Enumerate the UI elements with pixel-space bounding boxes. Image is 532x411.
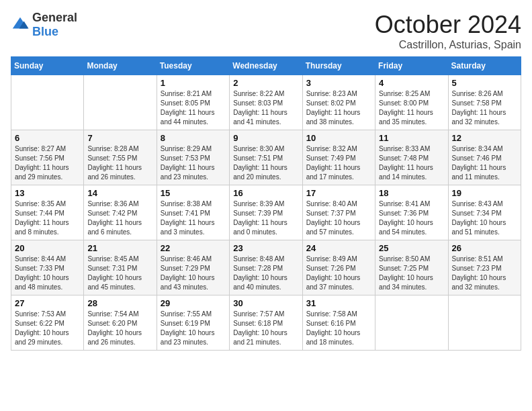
calendar-header: SundayMondayTuesdayWednesdayThursdayFrid… xyxy=(11,57,521,75)
day-info: Sunrise: 8:21 AMSunset: 8:05 PMDaylight:… xyxy=(161,89,226,127)
day-number: 11 xyxy=(379,133,444,143)
day-number: 5 xyxy=(452,78,517,88)
table-row: 7Sunrise: 8:28 AMSunset: 7:55 PMDaylight… xyxy=(84,130,157,185)
header-wednesday: Wednesday xyxy=(230,57,302,75)
table-row: 14Sunrise: 8:36 AMSunset: 7:42 PMDayligh… xyxy=(84,185,157,240)
day-number: 18 xyxy=(379,188,444,198)
table-row: 19Sunrise: 8:43 AMSunset: 7:34 PMDayligh… xyxy=(448,185,521,240)
day-number: 3 xyxy=(306,78,371,88)
day-number: 15 xyxy=(161,188,226,198)
header-friday: Friday xyxy=(375,57,448,75)
day-info: Sunrise: 8:40 AMSunset: 7:37 PMDaylight:… xyxy=(306,199,371,237)
table-row: 25Sunrise: 8:50 AMSunset: 7:25 PMDayligh… xyxy=(375,240,448,295)
week-row-1: 6Sunrise: 8:27 AMSunset: 7:56 PMDaylight… xyxy=(11,130,521,185)
day-number: 20 xyxy=(15,243,80,253)
day-number: 2 xyxy=(233,78,298,88)
day-number: 8 xyxy=(161,133,226,143)
table-row: 5Sunrise: 8:26 AMSunset: 7:58 PMDaylight… xyxy=(448,75,521,130)
table-row: 10Sunrise: 8:32 AMSunset: 7:49 PMDayligh… xyxy=(302,130,375,185)
day-number: 19 xyxy=(452,188,517,198)
day-info: Sunrise: 8:38 AMSunset: 7:41 PMDaylight:… xyxy=(161,199,226,237)
logo-blue: Blue xyxy=(32,25,58,38)
day-info: Sunrise: 8:48 AMSunset: 7:28 PMDaylight:… xyxy=(233,255,298,292)
logo-icon xyxy=(11,15,30,34)
day-number: 26 xyxy=(452,243,517,253)
table-row: 26Sunrise: 8:51 AMSunset: 7:23 PMDayligh… xyxy=(448,240,521,295)
table-row: 2Sunrise: 8:22 AMSunset: 8:03 PMDaylight… xyxy=(230,75,302,130)
day-number: 16 xyxy=(233,188,298,198)
day-number: 4 xyxy=(379,78,444,88)
day-info: Sunrise: 8:32 AMSunset: 7:49 PMDaylight:… xyxy=(306,144,371,182)
table-row xyxy=(448,295,521,351)
table-row: 27Sunrise: 7:53 AMSunset: 6:22 PMDayligh… xyxy=(11,295,84,351)
table-row: 31Sunrise: 7:58 AMSunset: 6:16 PMDayligh… xyxy=(302,295,375,351)
day-info: Sunrise: 8:39 AMSunset: 7:39 PMDaylight:… xyxy=(233,199,298,237)
day-number: 6 xyxy=(15,133,80,143)
week-row-4: 27Sunrise: 7:53 AMSunset: 6:22 PMDayligh… xyxy=(11,295,521,351)
day-info: Sunrise: 8:49 AMSunset: 7:26 PMDaylight:… xyxy=(306,255,371,292)
table-row: 8Sunrise: 8:29 AMSunset: 7:53 PMDaylight… xyxy=(157,130,229,185)
table-row: 24Sunrise: 8:49 AMSunset: 7:26 PMDayligh… xyxy=(302,240,375,295)
location-title: Castrillon, Asturias, Spain xyxy=(375,39,521,51)
logo-general: General xyxy=(32,11,77,24)
header-tuesday: Tuesday xyxy=(157,57,229,75)
day-number: 17 xyxy=(306,188,371,198)
day-number: 9 xyxy=(233,133,298,143)
day-number: 29 xyxy=(161,298,226,308)
table-row: 30Sunrise: 7:57 AMSunset: 6:18 PMDayligh… xyxy=(230,295,302,351)
day-number: 30 xyxy=(233,298,298,308)
table-row: 20Sunrise: 8:44 AMSunset: 7:33 PMDayligh… xyxy=(11,240,84,295)
table-row: 28Sunrise: 7:54 AMSunset: 6:20 PMDayligh… xyxy=(84,295,157,351)
day-info: Sunrise: 8:36 AMSunset: 7:42 PMDaylight:… xyxy=(87,199,152,237)
day-number: 14 xyxy=(87,188,152,198)
day-info: Sunrise: 8:44 AMSunset: 7:33 PMDaylight:… xyxy=(15,255,80,292)
title-block: October 2024 Castrillon, Asturias, Spain xyxy=(375,11,521,51)
day-info: Sunrise: 7:57 AMSunset: 6:18 PMDaylight:… xyxy=(233,310,298,347)
day-info: Sunrise: 8:51 AMSunset: 7:23 PMDaylight:… xyxy=(452,255,517,292)
day-number: 31 xyxy=(306,298,371,308)
header-saturday: Saturday xyxy=(448,57,521,75)
day-info: Sunrise: 7:53 AMSunset: 6:22 PMDaylight:… xyxy=(15,310,80,347)
table-row xyxy=(84,75,157,130)
week-row-3: 20Sunrise: 8:44 AMSunset: 7:33 PMDayligh… xyxy=(11,240,521,295)
day-info: Sunrise: 8:35 AMSunset: 7:44 PMDaylight:… xyxy=(15,199,80,237)
day-info: Sunrise: 8:22 AMSunset: 8:03 PMDaylight:… xyxy=(233,89,298,127)
day-number: 23 xyxy=(233,243,298,253)
day-number: 12 xyxy=(452,133,517,143)
header-thursday: Thursday xyxy=(302,57,375,75)
day-number: 24 xyxy=(306,243,371,253)
calendar-table: SundayMondayTuesdayWednesdayThursdayFrid… xyxy=(11,56,521,351)
day-info: Sunrise: 8:25 AMSunset: 8:00 PMDaylight:… xyxy=(379,89,444,127)
table-row xyxy=(11,75,84,130)
day-info: Sunrise: 8:29 AMSunset: 7:53 PMDaylight:… xyxy=(161,144,226,182)
day-info: Sunrise: 7:54 AMSunset: 6:20 PMDaylight:… xyxy=(87,310,152,347)
day-number: 7 xyxy=(87,133,152,143)
table-row: 4Sunrise: 8:25 AMSunset: 8:00 PMDaylight… xyxy=(375,75,448,130)
day-info: Sunrise: 8:50 AMSunset: 7:25 PMDaylight:… xyxy=(379,255,444,292)
day-number: 28 xyxy=(87,298,152,308)
table-row: 9Sunrise: 8:30 AMSunset: 7:51 PMDaylight… xyxy=(230,130,302,185)
table-row: 6Sunrise: 8:27 AMSunset: 7:56 PMDaylight… xyxy=(11,130,84,185)
day-info: Sunrise: 8:46 AMSunset: 7:29 PMDaylight:… xyxy=(161,255,226,292)
table-row: 16Sunrise: 8:39 AMSunset: 7:39 PMDayligh… xyxy=(230,185,302,240)
day-number: 10 xyxy=(306,133,371,143)
day-info: Sunrise: 8:26 AMSunset: 7:58 PMDaylight:… xyxy=(452,89,517,127)
table-row: 18Sunrise: 8:41 AMSunset: 7:36 PMDayligh… xyxy=(375,185,448,240)
table-row: 17Sunrise: 8:40 AMSunset: 7:37 PMDayligh… xyxy=(302,185,375,240)
day-info: Sunrise: 7:55 AMSunset: 6:19 PMDaylight:… xyxy=(161,310,226,347)
logo: General Blue xyxy=(11,11,77,39)
table-row: 15Sunrise: 8:38 AMSunset: 7:41 PMDayligh… xyxy=(157,185,229,240)
day-number: 1 xyxy=(161,78,226,88)
table-row: 21Sunrise: 8:45 AMSunset: 7:31 PMDayligh… xyxy=(84,240,157,295)
table-row: 3Sunrise: 8:23 AMSunset: 8:02 PMDaylight… xyxy=(302,75,375,130)
month-title: October 2024 xyxy=(375,11,521,39)
day-info: Sunrise: 8:30 AMSunset: 7:51 PMDaylight:… xyxy=(233,144,298,182)
day-info: Sunrise: 8:41 AMSunset: 7:36 PMDaylight:… xyxy=(379,199,444,237)
day-info: Sunrise: 8:23 AMSunset: 8:02 PMDaylight:… xyxy=(306,89,371,127)
day-number: 22 xyxy=(161,243,226,253)
day-number: 27 xyxy=(15,298,80,308)
day-info: Sunrise: 8:28 AMSunset: 7:55 PMDaylight:… xyxy=(87,144,152,182)
header-sunday: Sunday xyxy=(11,57,84,75)
table-row xyxy=(375,295,448,351)
table-row: 11Sunrise: 8:33 AMSunset: 7:48 PMDayligh… xyxy=(375,130,448,185)
